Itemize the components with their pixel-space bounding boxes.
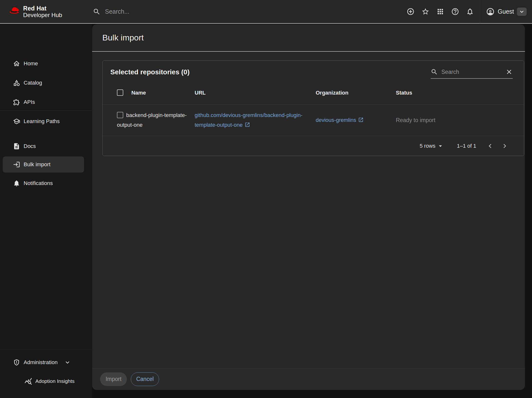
rows-per-page-select[interactable]: 5 rows <box>420 142 444 150</box>
selected-repositories-card: Selected repositories (0) Name URL Organ… <box>102 60 524 156</box>
star-outline-icon <box>421 8 429 16</box>
logo-product: Developer Hub <box>23 12 62 18</box>
pagination-range: 1–1 of 1 <box>457 143 476 149</box>
column-header-name: Name <box>131 90 146 96</box>
main-panel: Bulk import Selected repositories (0) Na… <box>92 24 525 390</box>
sidebar-item-apis[interactable]: APIs <box>0 94 92 110</box>
bell-outline-icon <box>466 8 474 16</box>
chevron-left-icon <box>486 142 494 150</box>
table-search <box>431 66 513 79</box>
sidebar-item-home[interactable]: Home <box>0 56 92 72</box>
page-header: Bulk import <box>92 24 525 52</box>
extension-icon <box>13 98 20 106</box>
document-icon <box>13 143 20 150</box>
shield-icon <box>13 359 20 366</box>
global-search <box>93 8 406 16</box>
column-header-status: Status <box>396 90 524 96</box>
external-link-icon <box>245 121 250 126</box>
school-icon <box>13 118 20 125</box>
column-header-url: URL <box>195 90 316 96</box>
close-icon <box>505 68 513 76</box>
import-button[interactable]: Import <box>100 372 127 386</box>
sidebar-item-catalog[interactable]: Catalog <box>0 75 92 91</box>
logo-brand: Red Hat <box>23 5 62 11</box>
card-title: Selected repositories (0) <box>110 68 190 76</box>
table-pagination: 5 rows 1–1 of 1 <box>103 136 524 156</box>
sidebar-divider-bottom <box>0 350 92 350</box>
table-row: backend-plugin-template-output-one githu… <box>103 105 524 136</box>
status-badge: Ready to import <box>396 117 435 123</box>
row-checkbox[interactable] <box>117 112 123 118</box>
app-grid-icon <box>436 8 444 16</box>
external-link-icon <box>358 116 364 122</box>
sidebar-divider <box>0 110 92 111</box>
add-circle-icon <box>407 8 415 16</box>
clear-search-button[interactable] <box>505 68 513 76</box>
chevron-down-icon <box>518 8 525 15</box>
table-header-row: Name URL Organization Status <box>103 81 524 105</box>
help-icon <box>451 8 459 16</box>
cancel-button[interactable]: Cancel <box>131 372 159 386</box>
sidebar-item-docs[interactable]: Docs <box>0 138 92 154</box>
sidebar-item-adoption-insights[interactable]: Adoption Insights <box>0 373 92 390</box>
apps-button[interactable] <box>436 8 444 16</box>
catalog-icon <box>13 79 20 87</box>
header-divider <box>480 0 480 23</box>
dropdown-arrow-icon <box>437 142 444 150</box>
sidebar-item-administration[interactable]: Administration <box>0 354 92 370</box>
previous-page-button[interactable] <box>486 142 494 150</box>
app-header: Red Hat Developer Hub Guest <box>0 0 532 24</box>
sidebar-item-bulk-import[interactable]: Bulk import <box>0 156 92 173</box>
sidebar-item-learning-paths[interactable]: Learning Paths <box>0 113 92 129</box>
login-icon <box>13 161 20 168</box>
table-search-input[interactable] <box>441 69 502 75</box>
home-icon <box>13 60 20 67</box>
bell-icon <box>13 180 20 187</box>
user-name: Guest <box>498 8 514 15</box>
search-icon <box>431 68 438 76</box>
create-button[interactable] <box>406 8 415 16</box>
app-logo[interactable]: Red Hat Developer Hub <box>8 5 86 18</box>
select-all-checkbox[interactable] <box>117 89 123 96</box>
global-search-input[interactable] <box>105 8 276 15</box>
repo-url-link[interactable]: github.com/devious-gremlins/backend-plug… <box>195 112 303 128</box>
user-menu-toggle[interactable] <box>517 8 527 16</box>
account-circle-icon <box>486 7 495 16</box>
notifications-button[interactable] <box>466 8 474 16</box>
repo-name: backend-plugin-template-output-one <box>117 112 187 128</box>
next-page-button[interactable] <box>501 142 509 150</box>
column-header-organization: Organization <box>316 90 396 96</box>
search-icon <box>93 8 101 16</box>
sidebar: Home Catalog APIs Learning Paths Docs Bu… <box>0 24 92 398</box>
chevron-down-icon[interactable] <box>64 359 71 366</box>
action-bar: Import Cancel <box>92 368 525 390</box>
page-title: Bulk import <box>102 33 144 42</box>
query-stats-icon <box>24 377 32 385</box>
redhat-fedora-icon <box>8 6 21 18</box>
sidebar-item-notifications[interactable]: Notifications <box>0 175 92 191</box>
chevron-right-icon <box>501 142 509 150</box>
starred-button[interactable] <box>421 8 429 16</box>
organization-link[interactable]: devious-gremlins <box>316 117 364 123</box>
help-button[interactable] <box>451 8 459 16</box>
user-menu: Guest <box>486 7 527 16</box>
